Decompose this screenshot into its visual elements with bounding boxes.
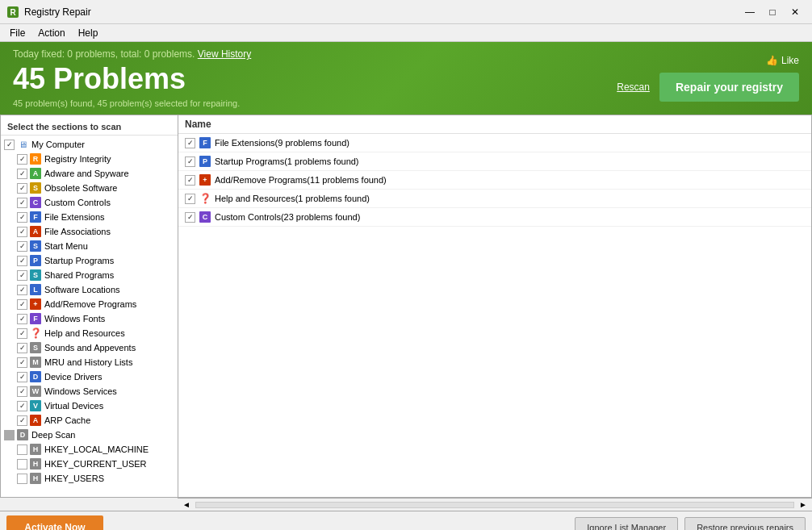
checkbox-sounds[interactable]: [17, 343, 27, 353]
window-controls: — □ ✕: [739, 4, 806, 20]
checkbox-start-menu[interactable]: [17, 241, 27, 252]
result-help-resources[interactable]: ❓ Help and Resources(1 problems found): [178, 190, 811, 208]
tree-item-software-locations[interactable]: L Software Locations: [1, 282, 178, 297]
close-button[interactable]: ✕: [785, 4, 806, 20]
tree-item-start-menu[interactable]: S Start Menu: [1, 239, 178, 253]
tree-item-startup-programs[interactable]: P Startup Programs: [1, 253, 178, 268]
result-custom-controls[interactable]: C Custom Controls(23 problems found): [178, 208, 811, 227]
horizontal-scrollbar[interactable]: ◄ ►: [178, 498, 812, 511]
checkbox-virtual-devices[interactable]: [17, 401, 27, 411]
hklm-icon: H: [29, 443, 42, 456]
result-file-extensions[interactable]: F File Extensions(9 problems found): [178, 134, 811, 152]
result-icon-custom: C: [199, 211, 211, 223]
windows-fonts-icon: F: [29, 312, 42, 325]
menu-file[interactable]: File: [3, 26, 31, 40]
custom-controls-icon: C: [29, 196, 42, 209]
result-startup-programs[interactable]: P Startup Programs(1 problems found): [178, 152, 811, 171]
tree-item-arp-cache[interactable]: A ARP Cache: [1, 413, 178, 428]
checkbox-hkcu[interactable]: [17, 459, 27, 469]
tree-item-file-extensions[interactable]: F File Extensions: [1, 210, 178, 224]
checkbox-mru[interactable]: [17, 357, 27, 368]
tree-item-sounds[interactable]: S Sounds and Appevents: [1, 340, 178, 355]
result-add-remove[interactable]: + Add/Remove Programs(11 problems found): [178, 171, 811, 190]
scroll-right-arrow[interactable]: ►: [796, 500, 810, 509]
checkbox-adware[interactable]: [17, 169, 27, 179]
label-adware: Adware and Spyware: [44, 169, 129, 178]
arp-cache-icon: A: [29, 414, 42, 427]
checkbox-startup-programs[interactable]: [17, 256, 27, 266]
checkbox-hku[interactable]: [17, 474, 27, 484]
result-label-startup: Startup Programs(1 problems found): [215, 156, 359, 166]
tree-item-hku[interactable]: H HKEY_USERS: [1, 471, 178, 486]
label-arp-cache: ARP Cache: [44, 415, 90, 425]
checkbox-file-associations[interactable]: [17, 227, 27, 237]
view-history-link[interactable]: View History: [198, 48, 251, 60]
tree-item-device-drivers[interactable]: D Device Drivers: [1, 369, 178, 384]
label-my-computer: My Computer: [31, 140, 85, 149]
tree-item-my-computer[interactable]: 🖥 My Computer: [1, 137, 178, 152]
ignore-list-button[interactable]: Ignore List Manager: [575, 517, 678, 531]
menu-help[interactable]: Help: [72, 26, 105, 40]
tree-item-virtual-devices[interactable]: V Virtual Devices: [1, 399, 178, 413]
checkbox-help-resources[interactable]: [17, 328, 27, 339]
label-sounds: Sounds and Appevents: [44, 343, 136, 353]
help-resources-icon: ❓: [29, 327, 42, 340]
repair-button[interactable]: Repair your registry: [659, 73, 799, 102]
checkbox-hklm[interactable]: [17, 444, 27, 455]
maximize-button[interactable]: □: [762, 4, 783, 20]
obsolete-software-icon: S: [29, 182, 42, 194]
menu-action[interactable]: Action: [31, 26, 71, 40]
hku-icon: H: [29, 472, 42, 485]
result-checkbox-startup[interactable]: [185, 156, 195, 167]
checkbox-windows-services[interactable]: [17, 386, 27, 397]
like-button[interactable]: 👍 Like: [766, 55, 799, 66]
tree-item-obsolete-software[interactable]: S Obsolete Software: [1, 181, 178, 195]
label-obsolete-software: Obsolete Software: [44, 183, 118, 193]
checkbox-add-remove[interactable]: [17, 299, 27, 310]
checkbox-file-extensions[interactable]: [17, 212, 27, 223]
minimize-button[interactable]: —: [739, 4, 760, 20]
tree-item-hklm[interactable]: H HKEY_LOCAL_MACHINE: [1, 442, 178, 457]
tree-item-hkcu[interactable]: H HKEY_CURRENT_USER: [1, 457, 178, 471]
label-windows-services: Windows Services: [44, 386, 117, 396]
header-actions: Rescan Repair your registry: [617, 73, 799, 102]
tree-item-deep-scan[interactable]: D Deep Scan: [1, 428, 178, 442]
label-device-drivers: Device Drivers: [44, 372, 103, 382]
label-startup-programs: Startup Programs: [44, 256, 114, 265]
checkbox-shared-programs[interactable]: [17, 270, 27, 281]
checkbox-software-locations[interactable]: [17, 285, 27, 295]
tree-item-registry-integrity[interactable]: R Registry Integrity: [1, 152, 178, 166]
tree-item-help-resources[interactable]: ❓ Help and Resources: [1, 326, 178, 340]
label-custom-controls: Custom Controls: [44, 198, 111, 207]
tree-item-windows-services[interactable]: W Windows Services: [1, 384, 178, 399]
result-icon-startup: P: [199, 155, 211, 168]
result-checkbox-add-remove[interactable]: [185, 175, 195, 186]
checkbox-windows-fonts[interactable]: [17, 314, 27, 324]
scroll-left-arrow[interactable]: ◄: [179, 500, 194, 509]
tree-item-add-remove[interactable]: + Add/Remove Programs: [1, 297, 178, 311]
result-checkbox-custom[interactable]: [185, 212, 195, 223]
right-panel: Name F File Extensions(9 problems found)…: [178, 115, 811, 497]
checkbox-custom-controls[interactable]: [17, 198, 27, 208]
label-help-resources: Help and Resources: [44, 328, 125, 338]
rescan-button[interactable]: Rescan: [617, 81, 650, 93]
checkbox-arp-cache[interactable]: [17, 415, 27, 426]
label-virtual-devices: Virtual Devices: [44, 401, 103, 411]
tree-item-shared-programs[interactable]: S Shared Programs: [1, 268, 178, 282]
checkbox-deep-scan[interactable]: [4, 430, 15, 440]
tree-item-mru[interactable]: M MRU and History Lists: [1, 355, 178, 369]
activate-button[interactable]: Activate Now: [6, 515, 103, 531]
result-checkbox-file-ext[interactable]: [185, 138, 195, 148]
add-remove-icon: +: [29, 298, 42, 311]
checkbox-registry-integrity[interactable]: [17, 154, 27, 165]
bottom-bar: Activate Now Ignore List Manager Restore…: [0, 511, 812, 530]
tree-item-windows-fonts[interactable]: F Windows Fonts: [1, 311, 178, 326]
tree-item-file-associations[interactable]: A File Associations: [1, 224, 178, 239]
checkbox-device-drivers[interactable]: [17, 372, 27, 382]
checkbox-obsolete-software[interactable]: [17, 183, 27, 194]
result-checkbox-help[interactable]: [185, 194, 195, 204]
tree-item-adware[interactable]: A Adware and Spyware: [1, 166, 178, 181]
checkbox-my-computer[interactable]: [4, 140, 15, 150]
tree-item-custom-controls[interactable]: C Custom Controls: [1, 195, 178, 210]
restore-repairs-button[interactable]: Restore previous repairs: [684, 517, 806, 531]
